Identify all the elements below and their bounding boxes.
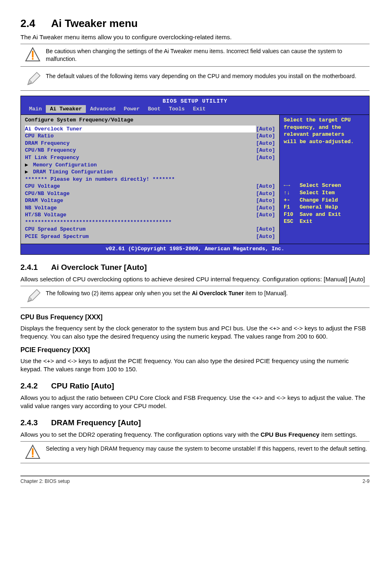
bios-setting-row[interactable]: Ai Overclock Tuner [Auto] [25,126,275,133]
svg-point-9 [32,456,34,457]
bios-help-text: Select the target CPU [284,117,365,124]
bios-menu-tab[interactable]: Main [25,105,46,113]
bios-setting-row[interactable]: DRAM Voltage [Auto] [25,197,275,204]
bios-setting-row: ****************************************… [25,219,275,226]
bios-menu-bar: MainAi TweakerAdvancedPowerBootToolsExit [21,105,369,115]
bios-setting-row[interactable]: HT/SB Voltage [Auto] [25,211,275,219]
svg-point-2 [32,58,34,60]
bios-panel: BIOS SETUP UTILITY MainAi TweakerAdvance… [20,96,370,255]
bios-setting-row[interactable]: DRAM Frequency [Auto] [25,140,275,147]
callout-warning: Selecting a very high DRAM frequency may… [20,441,370,463]
item-heading: PCIE Frequency [XXX] [20,346,370,355]
subsection-heading: 2.4.1Ai Overclock Tuner [Auto] [20,262,370,273]
bios-setting-row[interactable]: HT Link Frequency [Auto] [25,154,275,162]
bios-setting-row[interactable]: NB Voltage [Auto] [25,204,275,212]
item-heading: CPU Bus Frequency [XXX] [20,313,370,322]
bios-setting-row[interactable]: CPU/NB Frequency [Auto] [25,147,275,154]
callout-warning-text: Selecting a very high DRAM frequency may… [45,443,370,454]
subsection-title: Ai Overclock Tuner [Auto] [51,263,147,272]
subsection-number: 2.4.3 [20,417,51,428]
item-text: Use the <+> and <-> keys to adjust the P… [20,357,370,374]
section-heading: 2.4Ai Tweaker menu [20,16,370,31]
bios-setting-row[interactable]: PCIE Spread Spectrum [Auto] [25,233,275,240]
footer-left: Chapter 2: BIOS setup [20,478,70,485]
bios-panel-title: Configure System Frequency/Voltage [25,117,275,124]
callout-note: The following two (2) items appear only … [20,286,370,308]
bios-menu-tab[interactable]: Ai Tweaker [46,105,86,113]
subsection-title: CPU Ratio [Auto] [51,382,114,390]
bios-setting-row[interactable]: ▶ DRAM Timing Configuration [25,168,275,176]
item-text: Displays the frequency sent by the clock… [20,324,370,341]
bios-footer: v02.61 (C)Copyright 1985-2009, American … [21,244,369,255]
subsection-text: Allows you to adjust the ratio between C… [20,394,370,411]
bios-setting-row[interactable]: CPU Voltage [Auto] [25,183,275,190]
bios-menu-tab[interactable]: Power [120,105,144,113]
bios-help-text: frequency, and the [284,124,365,131]
bios-help-key: ←→ Select Screen [284,182,365,189]
subsection-heading: 2.4.2CPU Ratio [Auto] [20,381,370,391]
warning-icon [20,46,45,64]
section-title: Ai Tweaker menu [51,17,138,29]
bios-help-key: +- Change Field [284,197,365,204]
bios-setting-row[interactable]: CPU/NB Voltage [Auto] [25,190,275,197]
bios-help-text: relevant parameters [284,131,365,138]
bios-menu-tab[interactable]: Boot [144,105,165,113]
pencil-icon [20,288,45,306]
subsection-text: Allows you to set the DDR2 operating fre… [20,431,370,439]
callout-warning: Be cautious when changing the settings o… [20,44,370,67]
page-footer: Chapter 2: BIOS setup 2-9 [20,476,370,485]
warning-icon [20,443,45,461]
pencil-icon [20,71,45,89]
bios-help-key: F1 General Help [284,204,365,211]
subsection-heading: 2.4.3DRAM Frequency [Auto] [20,417,370,428]
bios-settings-pane: Configure System Frequency/Voltage Ai Ov… [21,115,279,243]
callout-warning-text: Be cautious when changing the settings o… [45,46,370,65]
section-number: 2.4 [20,16,51,31]
bios-help-key: ESC Exit [284,218,365,225]
callout-note-text: The default values of the following item… [45,71,370,82]
callout-note-text: The following two (2) items appear only … [45,288,370,299]
subsection-number: 2.4.1 [20,262,51,273]
subsection-text: Allows selection of CPU overclocking opt… [20,275,370,283]
bios-menu-tab[interactable]: Advanced [86,105,119,113]
subsection-title: DRAM Frequency [Auto] [51,418,141,427]
section-intro: The Ai Tweaker menu items allow you to c… [20,33,370,41]
bios-title: BIOS SETUP UTILITY [21,96,369,105]
bios-setting-row[interactable]: CPU Ratio [Auto] [25,132,275,140]
bios-menu-tab[interactable]: Tools [165,105,189,113]
bios-help-pane: Select the target CPUfrequency, and ther… [279,115,369,243]
bios-menu-tab[interactable]: Exit [189,105,210,113]
footer-right: 2-9 [363,478,370,485]
subsection-number: 2.4.2 [20,381,51,391]
bios-help-key: ↑↓ Select Item [284,189,365,197]
bios-setting-row[interactable]: CPU Spread Spectrum [Auto] [25,226,275,233]
bios-setting-row: ******* Please key in numbers directly! … [25,176,275,183]
callout-note: The default values of the following item… [20,69,370,91]
bios-help-text: will be auto-adjusted. [284,138,365,146]
bios-setting-row[interactable]: ▶ Memory Configuration [25,162,275,169]
bios-help-key: F10 Save and Exit [284,211,365,218]
